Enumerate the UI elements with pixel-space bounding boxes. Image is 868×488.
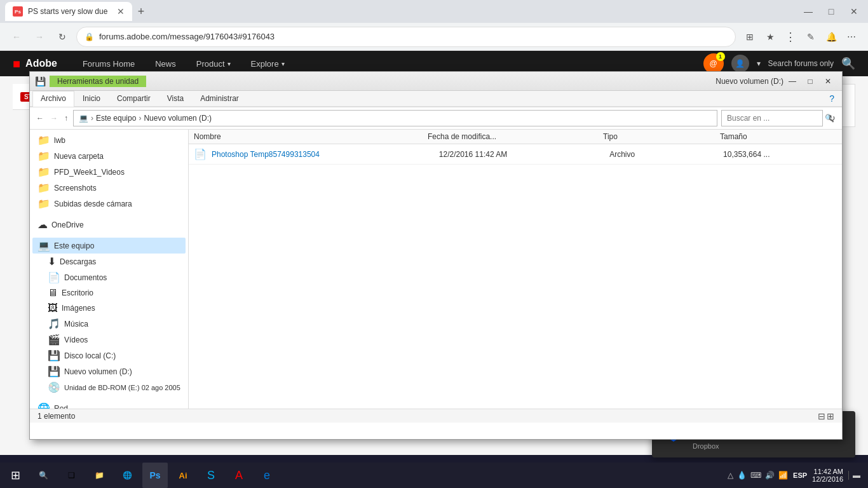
- adobe-logo[interactable]: ■ Adobe: [13, 57, 57, 71]
- file-icon: 📄: [194, 148, 207, 160]
- search-input[interactable]: [727, 114, 822, 123]
- breadcrumb-bar[interactable]: 💻 › Este equipo › Nuevo volumen (D:): [73, 110, 717, 126]
- taskbar-right: △ 💧 ⌨ 🔊 📶 ESP 11:42 AM 12/2/2016 ▬: [722, 468, 865, 483]
- tab-administrar[interactable]: Administrar: [192, 91, 247, 106]
- sidebar-pfd-videos[interactable]: 📁 PFD_Week1_Videos: [32, 164, 186, 180]
- nav-back[interactable]: ←: [35, 112, 45, 124]
- tab-title: PS starts very slow due: [28, 7, 107, 16]
- explorer-close[interactable]: ✕: [819, 75, 837, 88]
- notifications-icon[interactable]: 🔔: [822, 28, 840, 46]
- grid-view-icon[interactable]: ⊞: [827, 411, 834, 421]
- user-menu-arrow[interactable]: ▾: [757, 59, 761, 68]
- browser-titlebar: Ps PS starts very slow due ✕ + — □ ✕: [0, 0, 868, 23]
- sidebar-bd-rom-e[interactable]: 💿 Unidad de BD-ROM (E:) 02 ago 2005: [32, 379, 186, 395]
- window-minimize[interactable]: —: [799, 3, 817, 20]
- at-symbol: @: [710, 59, 717, 68]
- nav-up[interactable]: ↑: [63, 112, 69, 124]
- taskbar-file-explorer[interactable]: 📁: [86, 463, 112, 488]
- sidebar-disco-c[interactable]: 💾 Disco local (C:): [32, 348, 186, 363]
- address-bar[interactable]: 🔒 forums.adobe.com/message/9176043#91760…: [76, 27, 736, 47]
- tab-close[interactable]: ✕: [117, 6, 125, 17]
- task-view[interactable]: ❑: [58, 463, 84, 488]
- explorer-body: 📁 lwb 📁 Nueva carpeta 📁 PFD_Week1_Videos…: [30, 130, 842, 409]
- user-avatar[interactable]: 👤: [731, 55, 749, 72]
- sidebar-imagenes[interactable]: 🖼 Imágenes: [32, 301, 186, 316]
- col-tamano[interactable]: Tamaño: [720, 132, 837, 141]
- search-box[interactable]: 🔍: [721, 110, 823, 126]
- taskbar-ps[interactable]: Ps: [142, 463, 168, 488]
- tab-archivo[interactable]: Archivo: [32, 91, 74, 107]
- col-fecha[interactable]: Fecha de modifica...: [428, 132, 603, 141]
- explorer-titlebar: 💾 Herramientas de unidad Nuevo volumen (…: [30, 72, 842, 91]
- col-tipo[interactable]: Tipo: [603, 132, 720, 141]
- file-size: 10,353,664 ...: [723, 150, 837, 159]
- sidebar-descargas[interactable]: ⬇ Descargas: [32, 254, 186, 269]
- explorer-maximize[interactable]: □: [801, 75, 819, 88]
- sidebar-documentos[interactable]: 📄 Documentos: [32, 269, 186, 285]
- sidebar-lwb[interactable]: 📁 lwb: [32, 132, 186, 148]
- nav-forward[interactable]: →: [49, 112, 59, 124]
- taskbar: ⊞ 🔍 ❑ 📁 🌐 Ps Ai S A e △ 💧 ⌨ 🔊 📶 ESP 11:4…: [0, 463, 868, 488]
- lock-icon: 🔒: [85, 32, 94, 41]
- tray-keyboard: ⌨: [750, 471, 761, 480]
- refresh-btn[interactable]: ↻: [827, 112, 837, 125]
- window-close[interactable]: ✕: [845, 3, 863, 20]
- browser-chrome: Ps PS starts very slow due ✕ + — □ ✕ ← →…: [0, 0, 868, 51]
- tab-vista[interactable]: Vista: [159, 91, 192, 106]
- computer-icon: 💻: [79, 114, 88, 123]
- taskbar-edge[interactable]: e: [254, 463, 280, 488]
- ribbon-help[interactable]: ?: [824, 91, 839, 106]
- file-item[interactable]: 📄 Photoshop Temp857499313504 12/2/2016 1…: [189, 144, 842, 165]
- browser-toolbar: ← → ↻ 🔒 forums.adobe.com/message/9176043…: [0, 23, 868, 51]
- search-label: Search forums only: [768, 59, 834, 68]
- show-desktop[interactable]: ▬: [848, 471, 860, 480]
- col-nombre[interactable]: Nombre: [194, 132, 428, 141]
- taskbar-clock: 11:42 AM 12/2/2016: [812, 468, 843, 483]
- back-button[interactable]: ←: [8, 28, 25, 46]
- list-view-icon[interactable]: ⊟: [818, 411, 825, 421]
- clock-date: 12/2/2016: [812, 475, 843, 483]
- sidebar-nueva-carpeta[interactable]: 📁 Nueva carpeta: [32, 148, 186, 164]
- new-tab-button[interactable]: +: [132, 3, 150, 20]
- file-date: 12/2/2016 11:42 AM: [439, 150, 609, 159]
- ribbon: Archivo Inicio Compartir Vista Administr…: [30, 91, 842, 107]
- sidebar-subidas[interactable]: 📁 Subidas desde cámara: [32, 196, 186, 212]
- file-type: Archivo: [609, 150, 723, 159]
- sidebar-icon[interactable]: ⊞: [741, 28, 759, 46]
- tab-compartir[interactable]: Compartir: [109, 91, 159, 106]
- refresh-button[interactable]: ↻: [53, 28, 71, 46]
- bookmark-icon[interactable]: ★: [761, 28, 779, 46]
- sidebar-onedrive[interactable]: ☁ OneDrive: [32, 217, 186, 233]
- taskbar-skype[interactable]: S: [198, 463, 224, 488]
- file-name: Photoshop Temp857499313504: [212, 150, 439, 159]
- sidebar-nuevo-volumen-d[interactable]: 💾 Nuevo volumen (D:): [32, 363, 186, 379]
- sidebar-musica[interactable]: 🎵 Música: [32, 316, 186, 332]
- tray-volume[interactable]: 🔊: [765, 471, 775, 480]
- breadcrumb-pc[interactable]: Este equipo: [96, 114, 136, 123]
- sidebar-este-equipo[interactable]: 💻 Este equipo: [32, 238, 186, 254]
- sidebar-videos[interactable]: 🎬 Vídeos: [32, 332, 186, 348]
- breadcrumb-drive[interactable]: Nuevo volumen (D:): [144, 114, 212, 123]
- taskbar-ai[interactable]: Ai: [170, 463, 196, 488]
- sidebar-screenshots[interactable]: 📁 Screenshots: [32, 180, 186, 196]
- url-text: forums.adobe.com/message/9176043#9176043: [99, 32, 275, 41]
- explorer-statusbar: 1 elemento ⊟ ⊞: [30, 409, 842, 423]
- active-tab[interactable]: Ps PS starts very slow due ✕: [5, 2, 132, 21]
- taskbar-chrome[interactable]: 🌐: [114, 463, 140, 488]
- explorer-minimize[interactable]: —: [783, 75, 801, 88]
- edit-icon[interactable]: ✎: [802, 28, 820, 46]
- search-button[interactable]: 🔍: [841, 57, 855, 71]
- menu-icon[interactable]: ⋮: [782, 28, 799, 46]
- tab-favicon: Ps: [13, 6, 23, 17]
- start-button[interactable]: ⊞: [3, 463, 28, 488]
- more-icon[interactable]: ⋯: [843, 28, 860, 46]
- window-maximize[interactable]: □: [822, 3, 840, 20]
- forward-button[interactable]: →: [31, 28, 48, 46]
- sidebar-red[interactable]: 🌐 Red: [32, 400, 186, 409]
- taskbar-adobe[interactable]: A: [226, 463, 252, 488]
- search-taskbar[interactable]: 🔍: [31, 463, 56, 488]
- tray-up-arrow[interactable]: △: [728, 471, 733, 480]
- tab-inicio[interactable]: Inicio: [74, 91, 109, 106]
- sidebar-escritorio[interactable]: 🖥 Escritorio: [32, 285, 186, 301]
- tray-network[interactable]: 📶: [778, 471, 788, 480]
